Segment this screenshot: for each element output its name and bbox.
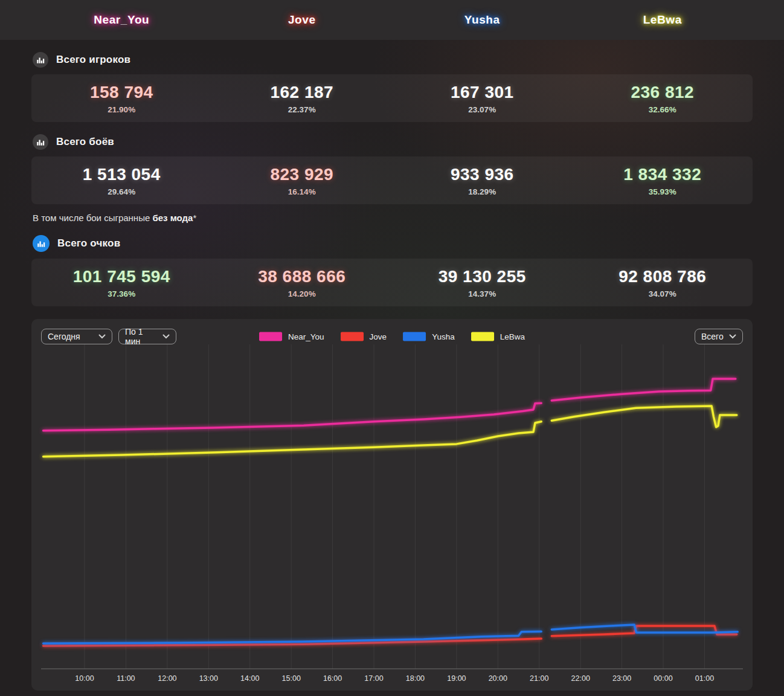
streamer-name-jove[interactable]: Jove <box>212 13 393 27</box>
svg-text:19:00: 19:00 <box>447 674 466 683</box>
stat-percent: 32.66% <box>573 105 753 114</box>
stat-cell: 823 929 16.14% <box>212 165 393 196</box>
section-header: Всего игроков <box>33 52 753 68</box>
section-total-battles: Всего боёв 1 513 054 29.64% 823 929 16.1… <box>31 134 753 223</box>
interval-select[interactable]: По 1 мин <box>118 329 176 344</box>
stat-cell: 39 130 255 14.37% <box>392 267 573 298</box>
legend-label: Yusha <box>432 332 455 341</box>
stat-cell: 167 301 23.07% <box>392 83 573 114</box>
section-total-players: Всего игроков 158 794 21.90% 162 187 22.… <box>31 52 753 122</box>
stat-percent: 34.07% <box>573 289 753 298</box>
stats-card-players: 158 794 21.90% 162 187 22.37% 167 301 23… <box>31 74 753 122</box>
svg-text:17:00: 17:00 <box>364 674 383 683</box>
svg-text:20:00: 20:00 <box>489 674 507 683</box>
svg-text:11:00: 11:00 <box>117 674 135 683</box>
streamer-header: Near_YouJoveYushaLeBwa <box>0 0 784 40</box>
streamer-name-lebwa[interactable]: LeBwa <box>573 13 753 27</box>
section-header: Всего боёв <box>33 134 753 150</box>
gridlines <box>85 344 705 669</box>
stat-value: 823 929 <box>212 165 393 184</box>
dashboard-content: Всего игроков 158 794 21.90% 162 187 22.… <box>31 52 753 691</box>
svg-text:16:00: 16:00 <box>323 674 342 683</box>
bar-chart-icon <box>33 134 48 150</box>
stat-percent: 14.37% <box>392 289 573 298</box>
section-total-points: Всего очков 101 745 594 37.36% 38 688 66… <box>31 235 753 306</box>
svg-text:14:00: 14:00 <box>240 674 259 683</box>
stat-cell: 158 794 21.90% <box>31 83 212 114</box>
line-chart[interactable]: 10:0011:0012:0013:0014:0015:0016:0017:00… <box>31 319 753 691</box>
bar-chart-icon <box>33 52 48 68</box>
stat-cell: 101 745 594 37.36% <box>31 267 212 298</box>
chevron-down-icon <box>729 334 736 339</box>
stat-value: 162 187 <box>212 83 393 102</box>
svg-text:10:00: 10:00 <box>75 674 94 683</box>
stat-cell: 1 834 332 35.93% <box>573 165 753 196</box>
series-lebwa <box>43 406 737 457</box>
svg-text:15:00: 15:00 <box>282 674 301 683</box>
stat-cell: 1 513 054 29.64% <box>31 165 212 196</box>
no-mod-note: В том числе бои сыгранные без мода* <box>33 213 753 223</box>
stat-cell: 933 936 18.29% <box>392 165 573 196</box>
stat-percent: 22.37% <box>212 105 393 114</box>
legend-swatch <box>259 332 282 341</box>
svg-text:18:00: 18:00 <box>406 674 425 683</box>
legend-swatch <box>471 332 494 341</box>
legend-item-lebwa[interactable]: LeBwa <box>471 332 525 341</box>
legend-label: Near_You <box>288 332 324 341</box>
note-asterisk: * <box>193 213 196 223</box>
stat-percent: 29.64% <box>31 187 212 196</box>
stat-percent: 16.14% <box>212 187 393 196</box>
section-title: Всего очков <box>57 237 120 250</box>
stat-value: 167 301 <box>392 83 573 102</box>
interval-select-value: По 1 мин <box>125 327 158 346</box>
stat-percent: 14.20% <box>212 289 393 298</box>
stat-percent: 37.36% <box>31 289 212 298</box>
x-axis-labels: 10:0011:0012:0013:0014:0015:0016:0017:00… <box>75 674 714 683</box>
stats-card-battles: 1 513 054 29.64% 823 929 16.14% 933 936 … <box>31 156 753 204</box>
stat-percent: 21.90% <box>31 105 212 114</box>
svg-text:13:00: 13:00 <box>199 674 218 683</box>
svg-text:01:00: 01:00 <box>695 674 714 683</box>
svg-text:12:00: 12:00 <box>158 674 176 683</box>
note-text: В том числе бои сыгранные <box>33 213 152 223</box>
stat-cell: 162 187 22.37% <box>212 83 393 114</box>
legend-item-jove[interactable]: Jove <box>341 332 387 341</box>
stat-percent: 18.29% <box>392 187 573 196</box>
svg-text:22:00: 22:00 <box>571 674 590 683</box>
stat-cell: 236 812 32.66% <box>573 83 753 114</box>
stat-value: 1 834 332 <box>573 165 753 184</box>
chevron-down-icon <box>162 334 170 339</box>
chart-legend: Near_YouJoveYushaLeBwa <box>259 332 525 341</box>
svg-text:00:00: 00:00 <box>654 674 672 683</box>
section-header: Всего очков <box>33 235 753 252</box>
streamer-name-row: Near_YouJoveYushaLeBwa <box>31 13 753 27</box>
streamer-name-near_you[interactable]: Near_You <box>31 13 212 27</box>
chart-controls: Сегодня По 1 мин Near_YouJoveYushaLeBwa … <box>41 329 743 344</box>
period-select-value: Сегодня <box>48 332 80 341</box>
note-bold: без мода <box>152 213 193 223</box>
bar-chart-icon-blue <box>33 235 50 252</box>
stat-value: 101 745 594 <box>31 267 212 286</box>
stat-value: 1 513 054 <box>31 165 212 184</box>
stat-value: 39 130 255 <box>392 267 573 286</box>
metric-select-value: Всего <box>701 332 724 341</box>
stat-value: 933 936 <box>392 165 573 184</box>
stats-card-points: 101 745 594 37.36% 38 688 666 14.20% 39 … <box>31 259 753 306</box>
chart-panel: Сегодня По 1 мин Near_YouJoveYushaLeBwa … <box>31 319 753 691</box>
stat-cell: 38 688 666 14.20% <box>212 267 393 298</box>
series-near_you <box>43 379 736 431</box>
streamer-name-yusha[interactable]: Yusha <box>392 13 573 27</box>
metric-select[interactable]: Всего <box>695 329 743 344</box>
stat-percent: 23.07% <box>392 105 573 114</box>
stat-value: 158 794 <box>31 83 212 102</box>
legend-item-near_you[interactable]: Near_You <box>259 332 324 341</box>
legend-swatch <box>341 332 364 341</box>
legend-item-yusha[interactable]: Yusha <box>403 332 455 341</box>
legend-label: Jove <box>370 332 387 341</box>
chevron-down-icon <box>98 334 106 339</box>
period-select[interactable]: Сегодня <box>41 329 112 344</box>
legend-label: LeBwa <box>500 332 525 341</box>
svg-text:21:00: 21:00 <box>530 674 548 683</box>
legend-swatch <box>403 332 426 341</box>
section-title: Всего боёв <box>56 136 114 148</box>
